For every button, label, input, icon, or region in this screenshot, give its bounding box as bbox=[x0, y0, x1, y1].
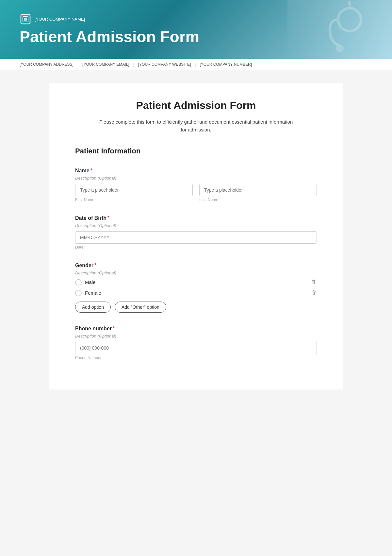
name-description: Description (Optional) bbox=[75, 176, 317, 181]
radio-circle-male[interactable] bbox=[75, 279, 82, 286]
company-email: [YOUR COMPANY EMAIL] bbox=[82, 62, 129, 67]
name-required: * bbox=[90, 168, 92, 173]
name-label: Name* bbox=[75, 168, 317, 174]
add-option-button[interactable]: Add option bbox=[75, 302, 111, 313]
radio-circle-female[interactable] bbox=[75, 290, 82, 296]
page-header: [YOUR COMPANY NAME] Patient Admission Fo… bbox=[0, 0, 392, 59]
delete-icon-male[interactable]: 🗑 bbox=[311, 279, 317, 286]
company-website: [YOUR COMPANY WEBSITE] bbox=[138, 62, 191, 67]
last-name-input[interactable] bbox=[199, 184, 317, 196]
field-name: Name* Description (Optional) First Name … bbox=[75, 168, 317, 202]
last-name-sub-label: Last Name bbox=[199, 198, 317, 202]
radio-option-female-left: Female bbox=[75, 290, 101, 296]
company-address: [YOUR COMPANY ADDRESS] bbox=[20, 62, 74, 67]
svg-rect-6 bbox=[24, 18, 27, 21]
form-content: Patient Admission Form Please complete t… bbox=[49, 83, 343, 390]
gender-option-male: Male 🗑 bbox=[75, 279, 317, 286]
last-name-wrapper: Last Name bbox=[199, 184, 317, 202]
gender-option-female: Female 🗑 bbox=[75, 289, 317, 296]
form-description: Please complete this form to efficiently… bbox=[75, 118, 317, 134]
phone-label: Phone number* bbox=[75, 326, 317, 332]
phone-input[interactable] bbox=[75, 342, 317, 354]
company-name: [YOUR COMPANY NAME] bbox=[35, 17, 85, 22]
radio-label-female: Female bbox=[85, 290, 101, 296]
company-logo-icon bbox=[20, 13, 31, 25]
svg-point-0 bbox=[338, 8, 361, 31]
field-dob: Date of Birth* Description (Optional) Da… bbox=[75, 215, 317, 250]
gender-button-row: Add option Add "Other" option bbox=[75, 302, 317, 313]
phone-required: * bbox=[113, 326, 115, 331]
gender-description: Description (Optional) bbox=[75, 270, 317, 275]
doctor-visual bbox=[287, 0, 392, 59]
add-other-option-button[interactable]: Add "Other" option bbox=[115, 302, 166, 313]
first-name-input[interactable] bbox=[75, 184, 193, 196]
radio-option-male-left: Male bbox=[75, 279, 96, 286]
separator-3: | bbox=[195, 62, 196, 67]
company-number: [YOUR COMPANY NUMBER] bbox=[200, 62, 252, 67]
form-main-title: Patient Admission Form bbox=[75, 99, 317, 112]
field-phone: Phone number* Description (Optional) Pho… bbox=[75, 326, 317, 360]
gender-label: Gender* bbox=[75, 263, 317, 269]
delete-icon-female[interactable]: 🗑 bbox=[311, 289, 317, 296]
field-gender: Gender* Description (Optional) Male 🗑 Fe… bbox=[75, 263, 317, 313]
header-image bbox=[287, 0, 392, 59]
radio-label-male: Male bbox=[85, 279, 96, 285]
gender-required: * bbox=[94, 263, 96, 268]
svg-point-1 bbox=[336, 44, 344, 52]
phone-sub-label: Phone Number bbox=[75, 356, 317, 360]
separator-1: | bbox=[77, 62, 78, 67]
first-name-wrapper: First Name bbox=[75, 184, 193, 202]
first-name-sub-label: First Name bbox=[75, 198, 193, 202]
dob-sub-label: Date bbox=[75, 245, 317, 250]
dob-label: Date of Birth* bbox=[75, 215, 317, 221]
contact-bar: [YOUR COMPANY ADDRESS] | [YOUR COMPANY E… bbox=[0, 59, 392, 70]
phone-description: Description (Optional) bbox=[75, 334, 317, 339]
dob-required: * bbox=[107, 215, 109, 221]
name-input-row: First Name Last Name bbox=[75, 184, 317, 202]
svg-point-3 bbox=[348, 1, 351, 4]
section-title-patient-info: Patient Information bbox=[75, 147, 317, 158]
dob-description: Description (Optional) bbox=[75, 223, 317, 228]
dob-input[interactable] bbox=[75, 231, 317, 244]
separator-2: | bbox=[133, 62, 134, 67]
